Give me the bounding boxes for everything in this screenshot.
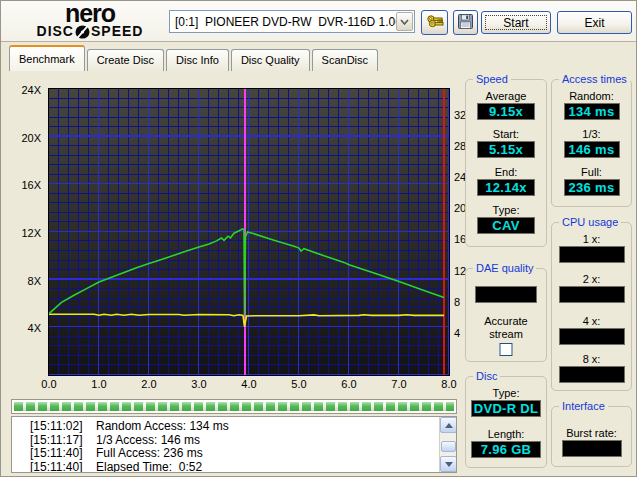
access-random-value: 134 ms <box>564 103 620 120</box>
right-axis-tick-label: 8 <box>454 296 460 308</box>
x-axis-tick-label: 1.0 <box>91 378 106 390</box>
log-entry: [15:11:17]1/3 Access: 146 ms <box>12 434 438 448</box>
tab-create-disc[interactable]: Create Disc <box>87 49 164 71</box>
accurate-stream-checkbox[interactable] <box>500 343 513 356</box>
disc-type-label: Type: <box>466 387 546 399</box>
benchmark-chart-plot <box>48 88 450 376</box>
interface-panel: Interface Burst rate: <box>551 406 632 467</box>
disc-type-value: DVD-R DL <box>471 400 541 417</box>
x-axis-tick-label: 0.0 <box>41 378 56 390</box>
tab-bar: Benchmark Create Disc Disc Info Disc Qua… <box>9 45 378 71</box>
speed-panel-title: Speed <box>473 73 511 85</box>
license-key-button[interactable] <box>421 10 448 35</box>
speed-curves <box>49 89 449 375</box>
disc-length-label: Length: <box>466 428 546 440</box>
cpu-1x-label: 1 x: <box>552 233 631 245</box>
disc-icon <box>75 25 90 39</box>
left-axis-labels: 24X20X16X12X8X4X <box>1 88 45 376</box>
log-scrollbar[interactable] <box>439 417 456 472</box>
cpu-usage-panel-title: CPU usage <box>559 216 621 228</box>
bottom-axis-labels: 0.01.02.03.04.05.06.07.08.0 <box>48 378 450 392</box>
access-random-label: Random: <box>552 90 631 102</box>
x-axis-tick-label: 2.0 <box>141 378 156 390</box>
accurate-stream-label: Accurate stream <box>466 315 546 341</box>
log-timestamp: [15:11:40] <box>30 447 96 461</box>
disc-length-value: 7.96 GB <box>471 441 541 458</box>
save-button[interactable] <box>453 10 478 35</box>
cpu-2x-label: 2 x: <box>552 273 631 285</box>
drive-select-value: [0:1] PIONEER DVD-RW DVR-116D 1.06 <box>170 15 396 29</box>
progress-bar-fill <box>14 402 454 411</box>
exit-button[interactable]: Exit <box>557 11 632 34</box>
burst-rate-value <box>562 440 622 457</box>
left-axis-tick-label: 16X <box>21 179 41 191</box>
dae-quality-panel: DAE quality Accurate stream <box>465 268 547 362</box>
log-message: Elapsed Time: 0:52 <box>96 461 202 474</box>
interface-panel-title: Interface <box>559 400 608 412</box>
left-axis-tick-label: 12X <box>21 227 41 239</box>
speed-average-value: 9.15x <box>477 103 535 120</box>
x-axis-tick-label: 4.0 <box>241 378 256 390</box>
log-list[interactable]: [15:11:02]Random Access: 134 ms [15:11:1… <box>11 416 457 473</box>
dae-quality-value <box>475 286 537 303</box>
arrow-up-icon[interactable] <box>440 417 457 433</box>
speed-type-value: CAV <box>477 217 535 234</box>
cpu-2x-value <box>559 286 625 303</box>
access-third-value: 146 ms <box>564 141 620 158</box>
log-message: 1/3 Access: 146 ms <box>96 434 200 448</box>
log-entry: [15:11:02]Random Access: 134 ms <box>12 420 438 434</box>
log-timestamp: [15:11:17] <box>30 434 96 448</box>
log-timestamp: [15:11:02] <box>30 420 96 434</box>
logo-brand-text: nero <box>17 2 163 24</box>
cpu-usage-panel: CPU usage 1 x: 2 x: 4 x: 8 x: <box>551 222 632 391</box>
left-axis-tick-label: 4X <box>28 322 41 334</box>
speed-end-label: End: <box>466 166 546 178</box>
tab-benchmark[interactable]: Benchmark <box>9 45 85 71</box>
right-axis-tick-label: 4 <box>454 327 460 339</box>
left-axis-tick-label: 24X <box>21 84 41 96</box>
tab-disc-info[interactable]: Disc Info <box>166 49 229 71</box>
log-message: Full Access: 236 ms <box>96 447 203 461</box>
nero-discspeed-logo: nero DISC SPEED <box>17 2 163 39</box>
scrollbar-thumb[interactable] <box>441 441 456 452</box>
speed-panel: Speed Average9.15x Start:5.15x End:12.14… <box>465 79 547 247</box>
access-times-panel: Access times Random:134 ms 1/3:146 ms Fu… <box>551 79 632 207</box>
burst-rate-label: Burst rate: <box>552 427 631 439</box>
progress-bar <box>11 399 457 414</box>
cpu-8x-value <box>559 366 625 383</box>
log-timestamp: [15:11:40] <box>30 461 96 474</box>
access-full-value: 236 ms <box>564 179 620 196</box>
tab-disc-quality[interactable]: Disc Quality <box>231 49 310 71</box>
cpu-4x-label: 4 x: <box>552 315 631 327</box>
nero-discspeed-window: nero DISC SPEED [0:1] PIONEER DVD-RW DVR… <box>0 0 637 477</box>
x-axis-tick-label: 3.0 <box>191 378 206 390</box>
access-third-label: 1/3: <box>552 128 631 140</box>
start-button[interactable]: Start <box>481 11 551 34</box>
tab-scandisc[interactable]: ScanDisc <box>312 49 378 71</box>
left-axis-tick-label: 8X <box>28 275 41 287</box>
cpu-4x-value <box>559 328 625 345</box>
cpu-1x-value <box>559 246 625 263</box>
x-axis-tick-label: 5.0 <box>291 378 306 390</box>
rotation-speed-curve <box>49 314 444 327</box>
access-times-panel-title: Access times <box>559 73 630 85</box>
x-axis-tick-label: 6.0 <box>341 378 356 390</box>
log-entry: [15:11:40]Full Access: 236 ms <box>12 447 438 461</box>
left-axis-tick-label: 20X <box>21 132 41 144</box>
chevron-down-icon[interactable] <box>396 12 413 31</box>
disc-panel: Disc Type:DVD-R DL Length:7.96 GB <box>465 376 547 468</box>
access-full-label: Full: <box>552 166 631 178</box>
cpu-8x-label: 8 x: <box>552 353 631 365</box>
dae-quality-panel-title: DAE quality <box>473 262 536 274</box>
drive-select[interactable]: [0:1] PIONEER DVD-RW DVR-116D 1.06 <box>169 10 415 33</box>
read-speed-curve <box>49 229 444 315</box>
x-axis-tick-label: 8.0 <box>441 378 456 390</box>
speed-average-label: Average <box>466 90 546 102</box>
key-icon <box>426 14 444 32</box>
speed-start-label: Start: <box>466 128 546 140</box>
log-entry: [15:11:40]Elapsed Time: 0:52 <box>12 461 438 474</box>
speed-end-value: 12.14x <box>477 179 535 196</box>
arrow-down-icon[interactable] <box>440 456 457 472</box>
log-message: Random Access: 134 ms <box>96 420 229 434</box>
x-axis-tick-label: 7.0 <box>391 378 406 390</box>
